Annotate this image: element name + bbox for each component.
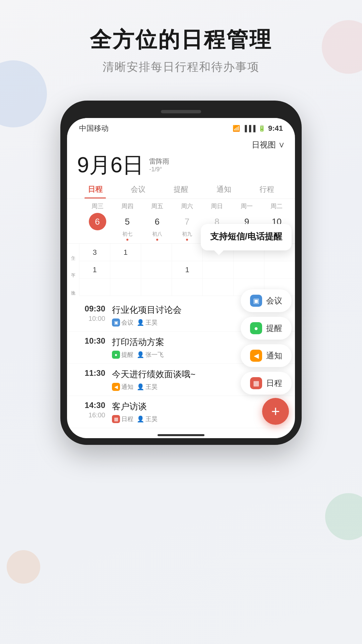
person-icon-2: 👤 — [137, 383, 144, 391]
view-toggle-label[interactable]: 日视图 ∨ — [252, 140, 285, 149]
grid-cell-3-2 — [172, 279, 202, 296]
fab-add-button[interactable]: + — [262, 398, 289, 425]
time-label-am: 上午 — [67, 244, 79, 261]
grid-col-3: 1 — [172, 244, 202, 296]
tag-label-2: 通知 — [121, 383, 133, 391]
person-icon-0: 👤 — [137, 319, 144, 326]
grid-cols: 3 1 1 1 — [79, 244, 295, 296]
grid-cell-5-1 — [234, 261, 264, 279]
tab-meeting[interactable]: 会议 — [117, 179, 160, 198]
schedule-grid: 上午 下午 晚上 3 1 1 — [67, 243, 295, 296]
event-tag-3: ▦ 日程 — [112, 415, 133, 423]
grid-cell-0-2 — [79, 279, 110, 296]
tooltip-text: 支持短信/电话提醒 — [210, 231, 282, 242]
week-day-fri[interactable]: 周五 6 初八 — [142, 202, 172, 241]
week-dot-thu — [126, 239, 128, 241]
week-name-sun: 周日 — [202, 202, 232, 210]
notice-icon-2: ◀ — [112, 383, 120, 391]
week-name-fri: 周五 — [142, 202, 172, 210]
event-start-1: 10:30 — [75, 336, 105, 346]
action-btn-schedule-icon: ▦ — [250, 377, 262, 389]
tag-label-1: 提醒 — [121, 351, 133, 359]
action-btn-reminder-icon: ● — [250, 322, 262, 334]
schedule-icon-3: ▦ — [112, 415, 120, 423]
week-num-sat[interactable]: 7 — [178, 213, 196, 230]
time-labels: 上午 下午 晚上 — [67, 244, 79, 296]
event-meta-3: ▦ 日程 👤 王昊 — [112, 415, 287, 423]
tab-notification[interactable]: 通知 — [202, 179, 245, 198]
grid-col-6 — [264, 244, 295, 296]
week-label-col — [70, 202, 82, 241]
week-lunar-sat: 初九 — [172, 231, 202, 237]
grid-cell-4-2 — [203, 279, 233, 296]
date-header: 9月6日 雷阵雨 -1/9° — [67, 152, 295, 179]
person-icon-3: 👤 — [137, 415, 144, 423]
phone-speaker — [161, 110, 201, 113]
action-buttons: ▣ 会议 ● 提醒 ◀ 通知 ▦ 日程 — [241, 289, 292, 395]
grid-cell-2-0 — [141, 244, 172, 261]
event-content-3: 客户访谈 ▦ 日程 👤 王昊 — [112, 401, 287, 423]
header-subtitle: 清晰安排每日行程和待办事项 — [0, 59, 362, 75]
fab-plus-icon: + — [271, 403, 280, 420]
week-name-tue: 周二 — [262, 202, 292, 210]
event-start-0: 09:30 — [75, 304, 105, 313]
status-bar: 中国移动 📶 ▐▐▐ 🔋 9:41 — [67, 118, 295, 136]
week-num-wed[interactable]: 6初八 — [89, 213, 106, 230]
grid-cell-1-1 — [110, 261, 141, 279]
event-start-2: 11:30 — [75, 368, 105, 378]
date-temp: -1/9° — [149, 166, 169, 173]
grid-col-0: 3 1 — [79, 244, 110, 296]
grid-cell-4-1 — [203, 261, 233, 279]
battery-icon: 🔋 — [258, 125, 265, 132]
status-time: 9:41 — [268, 124, 283, 133]
tab-schedule[interactable]: 日程 — [74, 179, 117, 198]
week-name-wed: 周三 — [82, 202, 112, 210]
deco-circle-green — [325, 493, 362, 540]
event-item-3[interactable]: 14:30 16:00 客户访谈 ▦ 日程 👤 王昊 — [67, 396, 295, 428]
event-title-3: 客户访谈 — [112, 401, 287, 412]
grid-cell-1-0: 1 — [110, 244, 141, 261]
week-num-thu[interactable]: 5 — [119, 213, 136, 230]
tab-trip[interactable]: 行程 — [245, 179, 288, 198]
event-tag-1: ● 提醒 — [112, 351, 133, 359]
action-btn-schedule-label: 日程 — [266, 378, 282, 389]
grid-col-1: 1 — [110, 244, 141, 296]
action-btn-notice[interactable]: ◀ 通知 — [241, 344, 292, 367]
week-day-sat[interactable]: 周六 7 初九 — [172, 202, 202, 241]
event-start-3: 14:30 — [75, 401, 105, 410]
event-time-2: 11:30 — [75, 368, 105, 378]
event-time-3: 14:30 16:00 — [75, 401, 105, 419]
action-btn-reminder[interactable]: ● 提醒 — [241, 317, 292, 340]
header-section: 全方位的日程管理 清晰安排每日行程和待办事项 — [0, 0, 362, 75]
wifi-icon: 📶 — [233, 125, 240, 132]
event-time-0: 09:30 10:00 — [75, 304, 105, 323]
grid-cell-0-1: 1 — [79, 261, 110, 279]
date-info: 雷阵雨 -1/9° — [149, 157, 169, 176]
week-day-thu[interactable]: 周四 5 初七 — [112, 202, 142, 241]
week-name-mon: 周一 — [232, 202, 262, 210]
grid-cell-2-1 — [141, 261, 172, 279]
grid-cell-1-2 — [110, 279, 141, 296]
action-btn-meeting[interactable]: ▣ 会议 — [241, 289, 292, 312]
week-dot-sat — [186, 239, 188, 241]
tab-reminder[interactable]: 提醒 — [160, 179, 202, 198]
event-person-2: 👤 王昊 — [137, 383, 158, 391]
week-dot-fri — [156, 239, 158, 241]
phone-screen: 中国移动 📶 ▐▐▐ 🔋 9:41 日视图 ∨ 9月6日 雷阵雨 -1/9° — [67, 118, 295, 438]
header-title: 全方位的日程管理 — [0, 27, 362, 53]
action-btn-schedule[interactable]: ▦ 日程 — [241, 372, 292, 395]
phone-outer: 中国移动 📶 ▐▐▐ 🔋 9:41 日视图 ∨ 9月6日 雷阵雨 -1/9° — [60, 101, 302, 445]
grid-cell-6-1 — [264, 261, 295, 279]
event-person-1: 👤 张一飞 — [137, 351, 164, 359]
week-num-fri[interactable]: 6 — [148, 213, 166, 230]
view-toggle[interactable]: 日视图 ∨ — [67, 136, 295, 152]
date-weather: 雷阵雨 — [149, 157, 169, 166]
status-right: 📶 ▐▐▐ 🔋 9:41 — [233, 124, 283, 133]
time-label-pm: 下午 — [67, 261, 79, 279]
carrier-label: 中国移动 — [79, 123, 109, 133]
week-day-wed[interactable]: 周三 6初八 — [82, 202, 112, 241]
date-big: 9月6日 — [77, 154, 144, 176]
person-icon-1: 👤 — [137, 351, 144, 358]
home-indicator — [158, 434, 204, 436]
event-person-3: 👤 王昊 — [137, 415, 158, 423]
